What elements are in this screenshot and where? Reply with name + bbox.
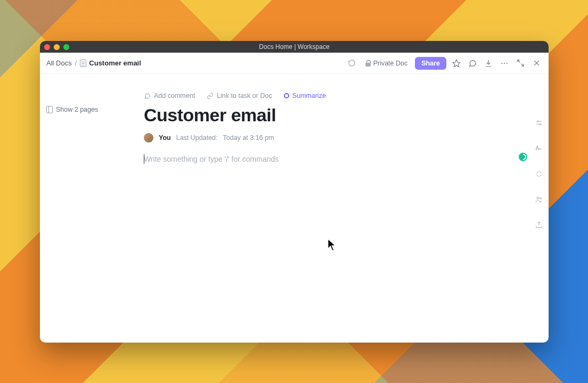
- lock-icon: [365, 60, 371, 66]
- doc-title[interactable]: Customer email: [144, 105, 517, 126]
- collapse-icon[interactable]: [514, 57, 526, 69]
- summarize-action[interactable]: Summarize: [284, 92, 326, 99]
- svg-point-3: [507, 62, 508, 63]
- window-close-button[interactable]: [44, 44, 50, 50]
- editor-placeholder: Write something or type '/' for commands: [144, 155, 279, 163]
- content-area: Show 2 pages Add comment Link to task or…: [40, 74, 549, 343]
- privacy-pill[interactable]: Private Doc: [362, 58, 411, 69]
- comment-bubble-icon[interactable]: [467, 57, 478, 69]
- svg-point-15: [540, 198, 542, 199]
- window-traffic-lights: [44, 44, 69, 50]
- right-rail: Aa: [534, 118, 544, 230]
- link-task-action[interactable]: Link to task or Doc: [207, 92, 272, 99]
- app-window: Docs Home | Workspace All Docs / Custome…: [40, 41, 549, 343]
- people-icon[interactable]: [534, 194, 544, 205]
- last-updated-value: Today at 3:16 pm: [223, 134, 274, 141]
- author-avatar[interactable]: [144, 133, 153, 143]
- breadcrumb-separator: /: [75, 59, 77, 67]
- svg-point-1: [501, 62, 502, 63]
- doc-editor[interactable]: Write something or type '/' for commands: [144, 154, 517, 314]
- doc-meta-row: You Last Updated: Today at 3:16 pm: [144, 133, 517, 143]
- breadcrumb-current-label: Customer email: [89, 59, 141, 67]
- last-updated-prefix: Last Updated:: [176, 134, 218, 141]
- more-menu-icon[interactable]: [499, 57, 510, 69]
- ai-sparkle-icon[interactable]: [534, 169, 544, 179]
- breadcrumb-root-link[interactable]: All Docs: [46, 59, 72, 67]
- svg-point-14: [537, 197, 539, 199]
- settings-sliders-icon[interactable]: [534, 118, 544, 128]
- close-icon[interactable]: [530, 57, 542, 69]
- svg-marker-0: [453, 60, 460, 66]
- svg-point-10: [537, 121, 539, 122]
- window-minimize-button[interactable]: [54, 44, 60, 50]
- titlebar: Docs Home | Workspace: [40, 41, 549, 53]
- show-pages-label: Show 2 pages: [56, 106, 98, 113]
- breadcrumb-current[interactable]: Customer email: [80, 59, 141, 67]
- summarize-label: Summarize: [292, 92, 326, 99]
- share-button[interactable]: Share: [415, 57, 446, 70]
- grammarly-badge-icon[interactable]: [519, 153, 527, 161]
- link-icon: [207, 93, 214, 99]
- star-icon[interactable]: [451, 57, 462, 69]
- add-comment-label: Add comment: [154, 92, 195, 99]
- comment-icon: [144, 93, 151, 99]
- svg-line-4: [517, 60, 519, 62]
- window-title: Docs Home | Workspace: [40, 43, 549, 51]
- window-zoom-button[interactable]: [63, 44, 69, 50]
- summarize-icon: [284, 93, 289, 98]
- export-icon[interactable]: [534, 220, 544, 230]
- show-pages-toggle[interactable]: Show 2 pages: [46, 106, 98, 113]
- document: Add comment Link to task or Doc Summariz…: [144, 92, 517, 314]
- add-comment-action[interactable]: Add comment: [144, 92, 195, 99]
- doc-action-row: Add comment Link to task or Doc Summariz…: [144, 92, 517, 99]
- svg-point-11: [540, 123, 541, 125]
- svg-point-2: [504, 62, 505, 63]
- pages-panel-icon: [46, 106, 53, 113]
- svg-line-5: [521, 64, 523, 66]
- privacy-label: Private Doc: [373, 60, 408, 67]
- typography-icon[interactable]: Aa: [534, 143, 544, 154]
- svg-text:a: a: [539, 146, 542, 151]
- doc-icon: [80, 60, 86, 67]
- download-arrow-icon[interactable]: [483, 57, 494, 69]
- breadcrumb: All Docs / Customer email: [46, 59, 141, 67]
- link-task-label: Link to task or Doc: [217, 92, 272, 99]
- author-label: You: [159, 134, 171, 141]
- toolbar: All Docs / Customer email Private Doc Sh…: [40, 53, 549, 74]
- text-caret: [144, 154, 144, 164]
- history-icon[interactable]: [346, 57, 358, 69]
